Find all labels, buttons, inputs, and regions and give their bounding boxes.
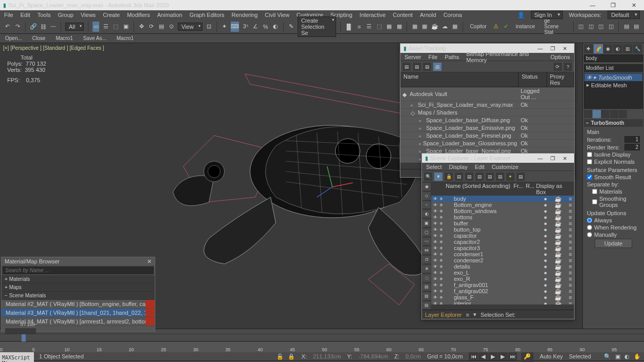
configure-sets-button[interactable] bbox=[619, 110, 627, 118]
render-setup-button[interactable]: ▦ bbox=[411, 22, 418, 32]
menu-arnold[interactable]: Arnold bbox=[420, 12, 436, 18]
scene-row[interactable]: 👁❄f_antigrav001●☕≡ bbox=[431, 282, 574, 288]
create-tab[interactable]: ✚ bbox=[584, 44, 593, 53]
gizmo5-button[interactable]: ▤ bbox=[623, 22, 630, 32]
gizmo1-button[interactable]: ◫ bbox=[578, 22, 584, 32]
signin-dropdown[interactable]: Sign In bbox=[531, 11, 563, 19]
gizmo2-button[interactable]: ◫ bbox=[587, 22, 594, 32]
filter-frozen[interactable]: ❄ bbox=[422, 265, 431, 273]
scene-row[interactable]: 👁❄bottons●☕≡ bbox=[431, 214, 574, 220]
filter-light[interactable]: ◐ bbox=[422, 210, 431, 218]
pin-stack-button[interactable] bbox=[584, 110, 592, 118]
update-always-radio[interactable] bbox=[587, 218, 592, 223]
curve-editor-button[interactable]: ⬚ bbox=[376, 22, 382, 32]
smooth-result-checkbox[interactable] bbox=[587, 175, 592, 180]
maxscript-listener[interactable]: MAXScript Mi bbox=[0, 352, 34, 362]
schematic-button[interactable]: ▦ bbox=[386, 22, 393, 32]
menu-tools[interactable]: Tools bbox=[38, 12, 51, 18]
asset-close-button[interactable]: ✕ bbox=[559, 44, 571, 52]
scene-tb-7[interactable]: ▤ bbox=[517, 173, 525, 181]
modify-tab[interactable]: 🌈 bbox=[594, 44, 603, 53]
show-end-result-button[interactable] bbox=[593, 110, 601, 118]
timeline-ticks[interactable]: 0510152025303540455055606570758085909510… bbox=[0, 342, 644, 352]
copitor-button[interactable]: Copitor bbox=[467, 23, 489, 30]
autokey-button[interactable]: Auto Key bbox=[538, 353, 565, 360]
menu-views[interactable]: Views bbox=[81, 12, 96, 18]
filter-all[interactable]: ◉ bbox=[422, 183, 431, 190]
filter-geo[interactable]: ◇ bbox=[422, 192, 431, 200]
lock-icon[interactable]: 🔓 bbox=[277, 353, 284, 360]
scene-menu-edit[interactable]: Edit bbox=[475, 164, 485, 170]
selection-filter-combo[interactable]: All bbox=[65, 23, 84, 31]
named-selection-combo[interactable]: Create Selection Se bbox=[298, 16, 336, 37]
qa-saveas[interactable]: Save As... bbox=[83, 35, 106, 41]
qa-macro1b[interactable]: Macro1 bbox=[117, 35, 134, 41]
material-editor-button[interactable]: ▦ bbox=[396, 22, 402, 32]
render-button[interactable]: ☕ bbox=[431, 22, 438, 32]
update-button[interactable]: Update bbox=[595, 239, 632, 248]
mat-group-maps[interactable]: Maps bbox=[2, 283, 155, 292]
filter-x2[interactable]: ▤ bbox=[422, 292, 431, 300]
modifier-list-dropdown[interactable]: Modifier List bbox=[584, 64, 643, 72]
scene-row[interactable]: 👁❄Bottom_windows●☕≡ bbox=[431, 208, 574, 214]
scene-row[interactable]: 👁❄capacitor2●☕≡ bbox=[431, 239, 574, 245]
asset-col-name[interactable]: Name bbox=[400, 72, 519, 87]
scene-row[interactable]: 👁❄Bottom_engine●☕≡ bbox=[431, 202, 574, 208]
filter-spacewarp[interactable]: 〰 bbox=[422, 238, 431, 245]
make-unique-button[interactable] bbox=[601, 110, 610, 118]
mat-group-materials[interactable]: Materials bbox=[2, 275, 155, 283]
mat-group-scene[interactable]: Scene Materials bbox=[2, 292, 155, 300]
scene-row[interactable]: 👁❄exo_L●☕≡ bbox=[431, 270, 574, 276]
asset-tb-4[interactable]: ▤ bbox=[433, 63, 441, 71]
ref-coord-combo[interactable]: View bbox=[178, 23, 203, 31]
filter-camera[interactable]: ▣ bbox=[422, 219, 431, 227]
qa-macro1[interactable]: Macro1 bbox=[56, 35, 72, 41]
edit-named-sel-button[interactable]: ✎ bbox=[288, 22, 295, 32]
scene-menu-display[interactable]: Display bbox=[449, 164, 468, 170]
matbrowser-close-icon[interactable]: ✕ bbox=[147, 258, 152, 265]
menu-modifiers[interactable]: Modifiers bbox=[127, 12, 150, 18]
gizmo4-button[interactable]: ◫ bbox=[608, 22, 614, 32]
modifier-item[interactable]: 👁▸TurboSmooth bbox=[584, 73, 642, 81]
scene-tb-find[interactable]: 🔍 bbox=[424, 173, 432, 181]
menu-grapheditors[interactable]: Graph Editors bbox=[190, 12, 225, 18]
rotate-button[interactable]: ⟳ bbox=[148, 22, 155, 32]
window-crossing-button[interactable]: ▣ bbox=[122, 22, 129, 32]
menu-animation[interactable]: Animation bbox=[157, 12, 182, 18]
select-region-button[interactable]: ⬚ bbox=[113, 22, 119, 32]
qa-close[interactable]: Close bbox=[32, 35, 46, 41]
scene-menu-customize[interactable]: Customize bbox=[492, 164, 519, 170]
next-frame-button[interactable]: ▶ bbox=[498, 352, 507, 360]
remove-modifier-button[interactable] bbox=[610, 110, 618, 118]
asset-tb-2[interactable]: ▤ bbox=[413, 63, 421, 71]
move-button[interactable]: ✥ bbox=[138, 22, 144, 32]
asset-tb-3[interactable]: ▤ bbox=[423, 63, 431, 71]
scene-menu-select[interactable]: Select bbox=[426, 164, 442, 170]
asset-menu-options[interactable]: Options bbox=[550, 54, 570, 60]
goto-start-button[interactable]: ⏮ bbox=[469, 352, 478, 360]
filter-container[interactable]: ⊡ bbox=[422, 256, 431, 263]
asset-row[interactable]: ◇Maps / Shaders bbox=[400, 109, 574, 117]
sep-materials-checkbox[interactable] bbox=[592, 189, 597, 194]
asset-row[interactable]: ◆Autodesk VaultLogged Out ... bbox=[400, 87, 574, 101]
isoline-checkbox[interactable] bbox=[587, 152, 592, 157]
turbosmooth-rollout[interactable]: TurboSmooth bbox=[584, 119, 643, 127]
asset-row[interactable]: ▫Sci_Fi_Space_Loader_max_vray.maxOk bbox=[400, 101, 574, 109]
asset-menu-bitmap[interactable]: Bitmap Performance and Memory bbox=[466, 51, 543, 63]
render-iters-spinner[interactable]: 2 bbox=[624, 144, 640, 150]
gizmo6-button[interactable]: ▤ bbox=[633, 22, 639, 32]
asset-row[interactable]: ▫Space_Loader_base_Emissive.pngOk bbox=[400, 124, 574, 132]
scene-foot-icon[interactable]: ≡ bbox=[466, 312, 469, 318]
scene-row[interactable]: 👁❄interior●☕≡ bbox=[431, 300, 574, 304]
material-search-input[interactable] bbox=[3, 266, 154, 274]
check-icon[interactable]: ✔ bbox=[503, 22, 509, 32]
filter-shape[interactable]: ○ bbox=[422, 201, 431, 209]
menu-create[interactable]: Create bbox=[103, 12, 120, 18]
menu-edit[interactable]: Edit bbox=[21, 12, 30, 18]
utilities-tab[interactable]: 🔧 bbox=[633, 44, 642, 53]
scene-list[interactable]: 👁❄body●☕≡👁❄Bottom_engine●☕≡👁❄Bottom_wind… bbox=[431, 196, 574, 304]
asset-tb-refresh[interactable]: ⟳ bbox=[554, 63, 562, 71]
scene-row[interactable]: 👁❄detalis●☕≡ bbox=[431, 263, 574, 270]
scenestat-button[interactable]: ge Scene Stat bbox=[541, 17, 569, 35]
filter-x3[interactable]: ▤ bbox=[422, 301, 431, 309]
